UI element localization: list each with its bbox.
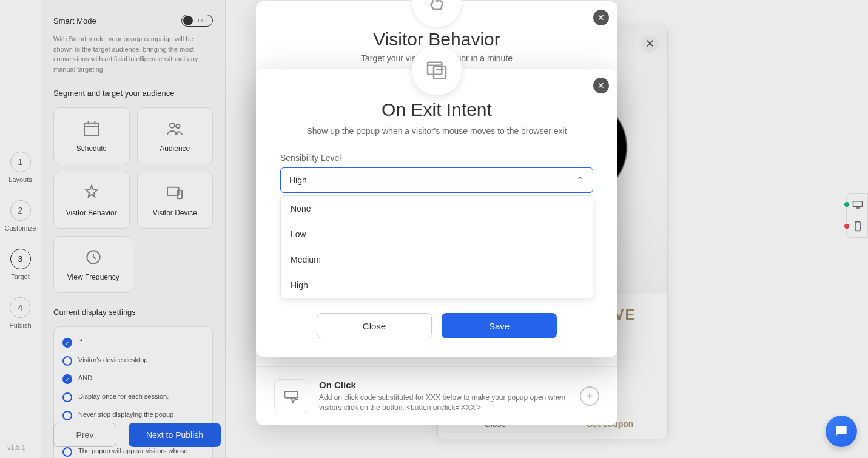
dropdown-option-high[interactable]: High <box>281 272 593 298</box>
svg-rect-9 <box>428 62 442 75</box>
field-label: Sensibility Level <box>280 153 593 163</box>
dropdown-option-low[interactable]: Low <box>281 221 593 247</box>
hand-pointer-icon <box>425 0 449 15</box>
close-icon[interactable]: ✕ <box>593 10 609 25</box>
option-on-click: On Click Add on click code substituted f… <box>256 366 617 425</box>
modal-title: On Exit Intent <box>280 99 593 120</box>
option-desc: Add on click code substituted for XXX be… <box>319 392 569 413</box>
close-icon[interactable]: ✕ <box>593 78 609 93</box>
sensibility-select[interactable]: High ⌃ <box>280 167 593 193</box>
button-click-icon <box>274 379 308 413</box>
option-title: On Click <box>319 380 569 390</box>
chat-fab[interactable] <box>826 416 857 447</box>
save-button[interactable]: Save <box>442 313 557 338</box>
dropdown-option-medium[interactable]: Medium <box>281 247 593 272</box>
modal-subtitle: Show up the popup when a visitor's mouse… <box>280 126 593 136</box>
svg-rect-10 <box>434 66 446 78</box>
select-value: High <box>289 175 307 185</box>
modal-exit-intent: ✕ On Exit Intent Show up the popup when … <box>256 69 617 357</box>
browser-popup-icon <box>425 58 449 83</box>
svg-rect-8 <box>284 391 297 398</box>
modal-icon-circle <box>411 45 462 96</box>
dropdown-list: None Low Medium High <box>280 195 593 298</box>
chevron-up-icon: ⌃ <box>576 175 584 186</box>
dropdown-option-none[interactable]: None <box>281 196 593 221</box>
chat-icon <box>833 423 849 439</box>
close-button[interactable]: Close <box>317 313 432 338</box>
modal-icon-circle <box>411 0 462 28</box>
add-button[interactable]: + <box>580 386 599 406</box>
